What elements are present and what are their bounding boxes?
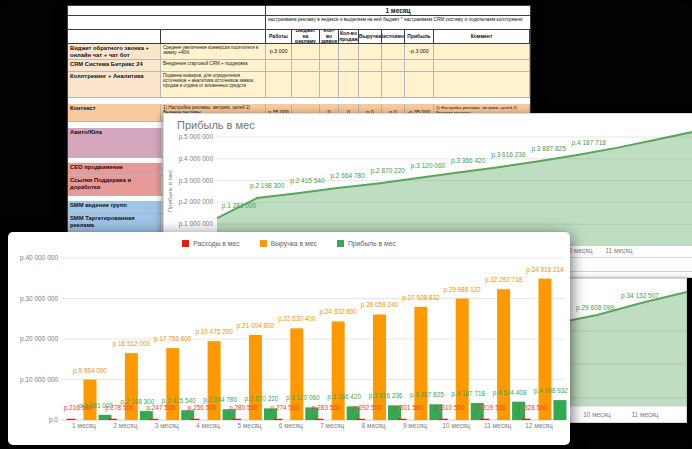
data-cell[interactable] (405, 72, 434, 98)
revenue-value-label: р.32 292 718 (485, 276, 523, 284)
point-value-label: р.3 366 420 (451, 157, 486, 165)
bar-0-month-4 (191, 419, 200, 420)
row-description-cell[interactable]: Внедрение стартовой CRM + поддержка (161, 60, 266, 72)
point-value-label: р.1 281 000 (222, 202, 257, 210)
point-value-label: р.3 887 825 (531, 145, 566, 153)
y-axis-tick-label: р.2 000 000 (179, 198, 214, 206)
data-cell[interactable] (292, 60, 320, 72)
column-header-cell: Выручка (359, 30, 382, 44)
expenses-value-label: р.310 500 (436, 404, 465, 412)
row-label-cell[interactable]: Ссылки Поддержка и доработки (68, 176, 161, 196)
empty-corner-cell (68, 6, 266, 16)
data-cell[interactable] (382, 60, 405, 72)
legend-label: Прибыль в мес (348, 240, 396, 247)
data-cell[interactable] (382, 72, 405, 98)
revenue-value-label: р.17 753 600 (154, 335, 192, 343)
data-cell[interactable] (339, 44, 359, 60)
chart-legend: Расходы в месВыручка в месПрибыль в мес (8, 240, 570, 247)
row-label-cell[interactable]: СЕО продвижение (68, 163, 161, 176)
row-description-cell[interactable]: Среднее увеличение конверсии посетителя … (161, 44, 266, 60)
data-cell[interactable] (292, 72, 320, 98)
y-axis-tick-label: р.4 000 000 (179, 155, 214, 163)
row-label-cell[interactable]: Виджет обратного звонка + онлайн чат + ч… (68, 44, 161, 60)
y-axis-tick-label: р.20 000 000 (20, 335, 58, 343)
empty-corner-cell (161, 30, 266, 44)
empty-corner-cell (68, 30, 161, 44)
y-axis-tick-label: р.0 (49, 416, 58, 424)
data-cell[interactable] (405, 60, 434, 72)
bar-1-month-1 (84, 380, 97, 420)
row-description-cell[interactable]: Подмена номеров, для определения источни… (161, 72, 266, 98)
revenue-value-label: р.16 512 000 (113, 340, 151, 348)
x-axis-tick-label: 2 месяц (113, 422, 137, 430)
bar-0-month-3 (149, 419, 158, 420)
legend-item-1[interactable]: Выручка в мес (260, 240, 317, 247)
profit-value-label: р.2 664 780 (203, 396, 237, 404)
expenses-value-label: р.319 500 (477, 404, 506, 412)
x-axis-tick-label: 7 месяц (320, 422, 344, 430)
profit-value-label: р.3 616 236 (369, 392, 403, 400)
x-axis-tick-label: 9 месяц (403, 422, 427, 430)
row-label-cell[interactable]: Контекст (68, 104, 161, 122)
column-header-cell: Коммент (434, 30, 530, 44)
data-cell[interactable] (434, 44, 530, 60)
x-axis-tick-label: 6 месяц (279, 422, 303, 430)
bar-2-month-12 (553, 400, 566, 420)
bar-0-month-7 (315, 419, 324, 420)
row-label-cell[interactable]: CRM Система Битрикс 24 (68, 60, 161, 72)
row-label-cell[interactable]: Авито/Юла (68, 128, 161, 158)
data-cell[interactable] (266, 72, 292, 98)
bar-chart-window[interactable]: Расходы в месВыручка в месПрибыль в мес … (8, 232, 570, 445)
data-cell[interactable] (320, 60, 339, 72)
data-cell[interactable] (382, 44, 405, 60)
expenses-value-label: р.280 500 (229, 404, 258, 412)
legend-item-2[interactable]: Прибыль в мес (337, 240, 396, 247)
data-cell[interactable] (339, 60, 359, 72)
point-value-label: р.34 132 507 (621, 292, 659, 300)
expenses-value-label: р.301 500 (395, 404, 424, 412)
data-cell[interactable] (434, 72, 530, 98)
data-cell[interactable] (359, 72, 382, 98)
chart-title: Прибыль в мес (177, 119, 255, 131)
bar-0-month-12 (521, 419, 530, 420)
bar-0-month-1 (67, 419, 76, 420)
data-cell[interactable]: р.3 000 (266, 44, 292, 60)
bar-0-month-5 (232, 419, 241, 420)
legend-item-0[interactable]: Расходы в мес (182, 240, 240, 247)
profit-value-label: р.4 187 718 (451, 390, 485, 398)
cumulative-profit-chart-window[interactable]: р.29 608 09910 месяцр.34 132 50711 месяц (552, 278, 687, 423)
data-cell[interactable] (359, 44, 382, 60)
expenses-value-label: р.328 500 (519, 404, 548, 412)
data-cell[interactable] (292, 44, 320, 60)
data-cell[interactable] (434, 60, 530, 72)
profit-value-label: р.2 870 220 (245, 395, 279, 403)
profit-value-label: р.4 908 932 (534, 387, 568, 395)
row-label-cell[interactable]: Коллтрекинг + Аналитика (68, 72, 161, 98)
x-axis-tick-label: 8 месяц (362, 422, 386, 430)
profit-value-label: р.4 524 408 (493, 389, 527, 397)
point-value-label: р.3 120 060 (411, 162, 446, 170)
data-cell[interactable] (266, 60, 292, 72)
data-cell[interactable] (339, 72, 359, 98)
revenue-value-label: р.22 630 400 (278, 315, 316, 323)
point-value-label: р.2 198 300 (250, 182, 285, 190)
bar-0-month-10 (439, 419, 448, 420)
bar-1-month-11 (497, 289, 510, 420)
y-axis-tick-label: р.40 000 000 (20, 254, 58, 262)
data-cell[interactable] (320, 72, 339, 98)
bar-2-month-2 (140, 411, 153, 420)
row-label-cell[interactable]: SMM ведение групп (68, 201, 161, 214)
expenses-value-label: р.247 500 (147, 404, 176, 412)
legend-swatch (182, 240, 189, 247)
data-cell[interactable] (320, 44, 339, 60)
revenue-value-label: р.34 916 214 (526, 266, 564, 274)
data-cell[interactable]: -р.3 000 (405, 44, 434, 60)
month-strategy-note-cell: настраиваем рекламу в яндексе и выделяем… (266, 16, 531, 30)
desktop-background: 1 месяцнастраиваем рекламу в яндексе и в… (0, 0, 692, 449)
data-cell[interactable] (359, 60, 382, 72)
bar-0-month-11 (480, 419, 489, 420)
revenue-value-label: р.27 928 832 (402, 294, 440, 302)
legend-label: Выручка в мес (271, 240, 317, 247)
y-axis-tick-label: р.3 000 000 (179, 177, 214, 185)
revenue-value-label: р.29 988 122 (444, 286, 482, 294)
